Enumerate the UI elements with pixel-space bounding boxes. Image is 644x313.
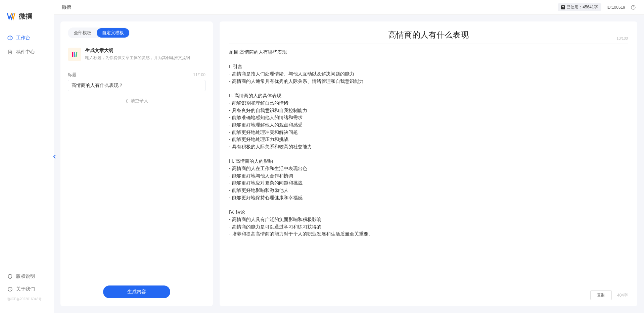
nav-label: 版权说明 [16, 273, 35, 279]
svg-rect-5 [72, 52, 74, 57]
nav-about[interactable]: 关于我们 [0, 283, 54, 296]
sidebar-bottom: 版权说明 关于我们 鄂ICP备2022016946号 [0, 270, 54, 306]
breadcrumb: 微撰 [62, 4, 71, 10]
nav-label: 关于我们 [16, 286, 35, 292]
clear-button[interactable]: 清空录入 [125, 98, 148, 104]
chevron-left-icon [53, 154, 56, 159]
main: 微撰 T 已使用：45641字 ID:100519 全部模板 自定义模板 [54, 0, 644, 313]
nav: 工作台 稿件中心 [0, 31, 54, 270]
text-icon: T [561, 5, 565, 9]
user-id: ID:100519 [607, 5, 625, 10]
shield-icon [7, 274, 13, 279]
nav-drafts[interactable]: 稿件中心 [0, 45, 54, 59]
clear-label: 清空录入 [131, 98, 148, 104]
power-icon[interactable] [631, 5, 636, 10]
nav-workspace[interactable]: 工作台 [0, 31, 54, 45]
document-icon [7, 49, 13, 55]
sidebar: 微撰 工作台 稿件中心 版权说明 关于我们 鄂ICP备2022016946号 [0, 0, 54, 313]
usage-badge[interactable]: T 已使用：45641字 [558, 3, 601, 11]
template-desc: 输入标题，为你提供文章主体的灵感，并为其创建推文提纲 [85, 55, 205, 61]
template-tabs: 全部模板 自定义模板 [68, 28, 130, 38]
tab-custom-templates[interactable]: 自定义模板 [97, 28, 129, 38]
topbar: 微撰 T 已使用：45641字 ID:100519 [54, 0, 644, 15]
logo[interactable]: 微撰 [0, 7, 54, 31]
icp-text: 鄂ICP备2022016946号 [0, 296, 54, 303]
nav-label: 工作台 [16, 35, 30, 41]
tab-all-templates[interactable]: 全部模板 [68, 28, 97, 38]
usage-text: 已使用：45641字 [566, 4, 598, 10]
cube-icon [7, 35, 13, 41]
nav-label: 稿件中心 [16, 49, 35, 55]
info-icon [7, 286, 13, 292]
word-count: 404字 [617, 293, 628, 298]
generate-button[interactable]: 生成内容 [103, 285, 170, 298]
output-panel: 高情商的人有什么表现 10/100 题目:高情商的人有哪些表现 I. 引言 - … [220, 21, 637, 306]
trash-icon [125, 99, 129, 103]
sidebar-collapse[interactable] [52, 152, 57, 161]
doc-title-count: 10/100 [616, 36, 628, 40]
title-char-count: 11/100 [193, 72, 205, 77]
logo-icon [7, 11, 16, 21]
doc-title[interactable]: 高情商的人有什么表现 [229, 30, 628, 40]
nav-copyright[interactable]: 版权说明 [0, 270, 54, 283]
doc-body[interactable]: 题目:高情商的人有哪些表现 I. 引言 - 高情商是指人们处理情绪、与他人互动以… [229, 49, 628, 286]
svg-rect-6 [74, 52, 75, 57]
input-panel: 全部模板 自定义模板 生成文章大纲 输入标题，为你提供文章主体的灵感，并为其创建… [60, 21, 213, 306]
template-title: 生成文章大纲 [85, 48, 205, 54]
template-card: 生成文章大纲 输入标题，为你提供文章主体的灵感，并为其创建推文提纲 [68, 44, 205, 67]
title-input[interactable] [68, 80, 205, 91]
svg-rect-7 [76, 52, 78, 57]
title-label: 标题 [68, 72, 77, 78]
copy-button[interactable]: 复制 [590, 290, 612, 300]
content: 全部模板 自定义模板 生成文章大纲 输入标题，为你提供文章主体的灵感，并为其创建… [54, 15, 644, 313]
books-icon [68, 48, 81, 61]
logo-text: 微撰 [19, 12, 32, 21]
